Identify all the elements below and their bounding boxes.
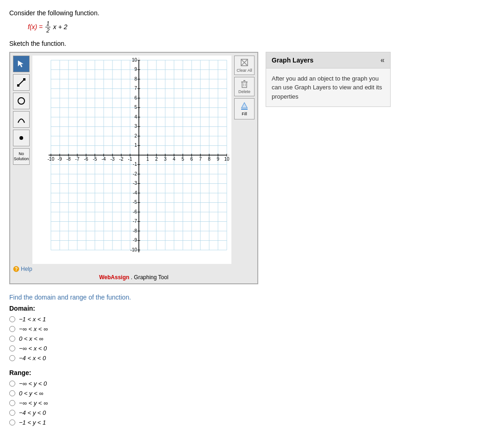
sketch-label: Sketch the function.: [9, 40, 495, 47]
range-radio-0[interactable]: [9, 381, 15, 387]
domain-option-1-label: −∞ < x < ∞: [19, 325, 48, 332]
svg-rect-3: [23, 78, 25, 81]
range-radio-1[interactable]: [9, 390, 15, 396]
clear-all-button[interactable]: Clear All: [234, 56, 255, 75]
domain-range-section: Find the domain and range of the functio…: [9, 294, 495, 426]
graph-layers-body: After you add an object to the graph you…: [266, 69, 390, 107]
graph-canvas[interactable]: [32, 56, 231, 264]
domain-option-2-label: 0 < x < ∞: [19, 335, 44, 342]
graph-wrapper: No Solution Clear All Delete: [9, 52, 258, 284]
graph-layers-panel: Graph Layers « After you add an object t…: [266, 52, 391, 107]
domain-radio-0[interactable]: [9, 316, 15, 322]
range-header: Range:: [9, 369, 495, 376]
help-row: ? Help: [13, 266, 255, 272]
webassign-label: WebAssign . Graphing Tool: [13, 274, 255, 281]
domain-radio-2[interactable]: [9, 336, 15, 342]
domain-header: Domain:: [9, 305, 495, 312]
toolbar-left: No Solution: [13, 56, 30, 264]
fraction-denominator: 2: [45, 27, 50, 34]
svg-point-5: [19, 136, 23, 140]
help-link[interactable]: ? Help: [13, 266, 32, 272]
circle-tool-button[interactable]: [13, 93, 30, 109]
cursor-tool-button[interactable]: [13, 56, 30, 72]
fraction-numerator: 1: [45, 20, 50, 27]
svg-rect-2: [17, 84, 19, 87]
domain-option-4-label: −4 < x < 0: [19, 355, 46, 362]
range-option-4[interactable]: −1 < y < 1: [9, 419, 495, 426]
range-option-0[interactable]: −∞ < y < 0: [9, 380, 495, 387]
fraction: 1 2: [45, 20, 50, 34]
domain-radio-1[interactable]: [9, 326, 15, 332]
domain-radio-4[interactable]: [9, 355, 15, 361]
domain-option-0[interactable]: −1 < x < 1: [9, 316, 495, 323]
domain-option-0-label: −1 < x < 1: [19, 316, 46, 323]
find-label: Find the domain and range of the functio…: [9, 294, 495, 301]
range-option-3-label: −4 < y < 0: [19, 409, 46, 416]
delete-button[interactable]: Delete: [234, 77, 255, 96]
range-radio-3[interactable]: [9, 410, 15, 416]
svg-rect-9: [242, 82, 247, 88]
function-label: f(x) =: [28, 23, 44, 31]
graphing-area: No Solution Clear All Delete: [9, 52, 495, 284]
graph-layers-title: Graph Layers: [272, 56, 313, 64]
point-tool-button[interactable]: [13, 130, 30, 146]
domain-option-3[interactable]: −∞ < x < 0: [9, 345, 495, 352]
range-radio-group: −∞ < y < 0 0 < y < ∞ −∞ < y < ∞ −4 < y <…: [9, 380, 495, 426]
graph-layers-collapse[interactable]: «: [380, 56, 385, 64]
no-solution-button[interactable]: No Solution: [13, 148, 30, 165]
graphing-tool-label: . Graphing Tool: [131, 274, 168, 281]
range-option-3[interactable]: −4 < y < 0: [9, 409, 495, 416]
domain-radio-group: −1 < x < 1 −∞ < x < ∞ 0 < x < ∞ −∞ < x <…: [9, 316, 495, 362]
domain-radio-3[interactable]: [9, 345, 15, 351]
function-rest: x + 2: [53, 23, 68, 31]
range-option-4-label: −1 < y < 1: [19, 419, 46, 426]
range-radio-4[interactable]: [9, 419, 15, 425]
function-display: f(x) = 1 2 x + 2: [28, 20, 495, 34]
graph-inner: No Solution Clear All Delete: [13, 56, 255, 264]
graph-layers-header: Graph Layers «: [266, 52, 390, 69]
domain-option-3-label: −∞ < x < 0: [19, 345, 47, 352]
range-option-0-label: −∞ < y < 0: [19, 380, 47, 387]
range-radio-2[interactable]: [9, 400, 15, 406]
svg-marker-0: [18, 61, 23, 67]
fill-button[interactable]: Fill: [234, 98, 255, 119]
range-option-2[interactable]: −∞ < y < ∞: [9, 400, 495, 407]
webassign-brand: WebAssign: [99, 274, 129, 281]
consider-text: Consider the following function.: [9, 9, 495, 17]
range-option-1-label: 0 < y < ∞: [19, 390, 44, 397]
domain-option-2[interactable]: 0 < x < ∞: [9, 335, 495, 342]
range-option-2-label: −∞ < y < ∞: [19, 400, 48, 407]
parabola-tool-button[interactable]: [13, 111, 30, 128]
toolbar-right: Clear All Delete Fill: [234, 56, 255, 264]
svg-point-4: [18, 98, 25, 104]
svg-text:?: ?: [15, 267, 18, 272]
domain-option-4[interactable]: −4 < x < 0: [9, 355, 495, 362]
domain-option-1[interactable]: −∞ < x < ∞: [9, 325, 495, 332]
range-option-1[interactable]: 0 < y < ∞: [9, 390, 495, 397]
line-tool-button[interactable]: [13, 74, 30, 91]
